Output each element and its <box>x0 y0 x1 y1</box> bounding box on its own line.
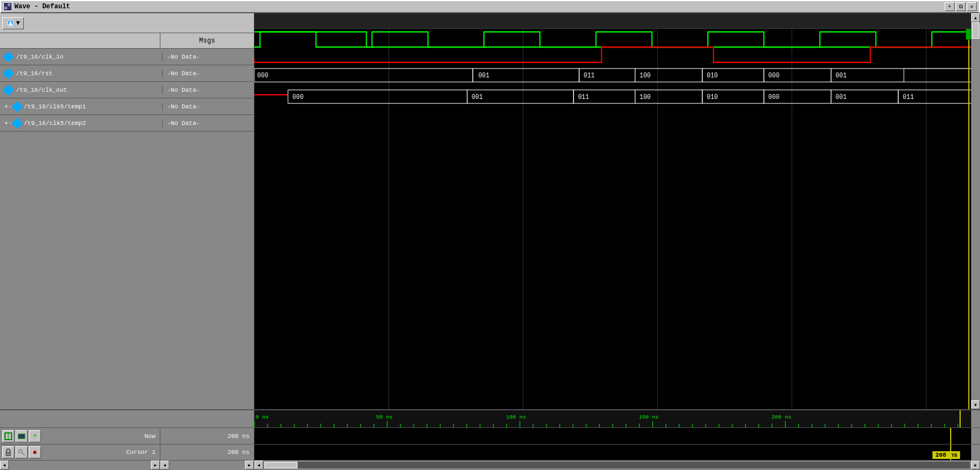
svg-text:010: 010 <box>707 72 718 80</box>
signal-name-rst: /t9_16/rst <box>16 70 53 77</box>
hscroll-track-msgs <box>170 462 244 468</box>
svg-text:010: 010 <box>707 93 718 102</box>
lock-icon[interactable] <box>2 446 14 458</box>
title-bar-left: Wave - Default <box>3 2 70 11</box>
msgs-header-label: Msgs <box>199 37 215 45</box>
svg-text:000: 000 <box>768 72 779 80</box>
svg-text:100: 100 <box>639 72 650 80</box>
cursor-line-bottom <box>950 445 951 460</box>
svg-text:100 ns: 100 ns <box>506 415 526 421</box>
svg-rect-0 <box>4 3 7 6</box>
now-icon-1[interactable] <box>2 430 14 442</box>
hscroll-left-wave[interactable]: ◄ <box>254 461 263 469</box>
expand-temp2[interactable]: + <box>4 120 8 127</box>
hscroll-right-wave[interactable]: ► <box>971 461 980 469</box>
toolbar-icon <box>6 19 15 28</box>
svg-text:0 ns: 0 ns <box>256 415 269 421</box>
svg-text:200 ns: 200 ns <box>772 415 791 421</box>
signal-icon-rst <box>3 68 14 79</box>
hscroll-left-names[interactable]: ◄ <box>0 461 9 469</box>
window-title: Wave - Default <box>14 3 70 11</box>
hscroll-right-msgs[interactable]: ► <box>245 461 254 469</box>
waveform-panel[interactable]: 000 001 011 100 010 000 <box>254 13 980 409</box>
svg-text:011: 011 <box>903 93 914 102</box>
signal-row-clk-in: /t9_16/clk_in -No Data- <box>0 49 254 65</box>
signal-msg-clk-in: -No Data- <box>165 54 202 60</box>
hscroll-wave: ◄ ► <box>254 461 980 470</box>
key-icon[interactable] <box>15 446 28 458</box>
expand-temp1[interactable]: + <box>4 103 8 110</box>
delete-icon[interactable]: ● <box>29 446 41 458</box>
scrollbar-right: ▲ ▼ <box>971 13 980 409</box>
hscroll-track-wave[interactable] <box>264 462 970 468</box>
svg-text:150 ns: 150 ns <box>639 415 659 421</box>
toolbar-dropdown[interactable]: ▼ <box>2 17 24 29</box>
svg-text:001: 001 <box>836 72 847 80</box>
hscroll-thumb-wave[interactable] <box>264 462 298 468</box>
svg-text:001: 001 <box>836 93 847 102</box>
now-timeline-area <box>254 428 971 444</box>
main-window: Wave - Default + ⧉ ✕ ▼ <box>0 0 980 470</box>
svg-text:000: 000 <box>293 93 304 102</box>
svg-text:50 ns: 50 ns <box>376 415 393 421</box>
cursor-line-now <box>950 428 951 444</box>
svg-text:011: 011 <box>578 93 589 102</box>
signal-icon-clk-out <box>3 85 14 96</box>
scrollbar-thumb[interactable] <box>972 22 979 39</box>
now-label: Now <box>43 433 158 440</box>
restore-button[interactable]: ⧉ <box>956 2 966 11</box>
cursor-row: ● Cursor 1 208 ns 208 ns <box>0 445 980 461</box>
svg-text:000: 000 <box>257 72 268 80</box>
waveform-header-bar <box>254 13 980 29</box>
svg-text:001: 001 <box>472 93 483 102</box>
svg-rect-6 <box>254 29 980 409</box>
svg-rect-1 <box>8 7 11 9</box>
signal-msg-temp2: -No Data- <box>165 120 202 127</box>
signal-row-rst: /t9_16/rst -No Data- <box>0 65 254 82</box>
bottom-panel: 0 ns 50 ns <box>0 409 980 470</box>
signal-name-clk-out: /t9_16/clk_out <box>16 87 67 93</box>
cursor-timeline-area: 208 ns <box>254 445 971 460</box>
close-button[interactable]: ✕ <box>967 2 977 11</box>
svg-line-114 <box>23 453 24 454</box>
signal-name-temp1: /t9_16/clk5/temp1 <box>24 103 86 110</box>
signal-msg-clk-out: -No Data- <box>165 87 202 93</box>
svg-text:001: 001 <box>478 72 489 80</box>
title-bar: Wave - Default + ⧉ ✕ <box>0 0 980 13</box>
now-icon-group: + <box>2 430 41 442</box>
now-row: + Now 200 ns <box>0 428 980 445</box>
signal-headers: Msgs <box>0 33 254 49</box>
timeline-ruler: 0 ns 50 ns <box>254 410 971 427</box>
signal-icon-temp1 <box>12 101 23 112</box>
scroll-up-button[interactable]: ▲ <box>971 13 980 22</box>
now-icons-area: + Now <box>0 428 160 444</box>
cursor-time-badge: 208 ns <box>932 451 960 459</box>
now-icon-3[interactable]: + <box>29 430 41 442</box>
signal-row-clk-out: /t9_16/clk_out -No Data- <box>0 82 254 98</box>
wave-icon <box>3 2 12 11</box>
svg-rect-3 <box>8 3 11 6</box>
signal-list: /t9_16/clk_in -No Data- /t9_16/rst -No D… <box>0 49 254 409</box>
hscroll-right-names[interactable]: ► <box>151 461 160 469</box>
timeline-ruler-row: 0 ns 50 ns <box>0 410 980 428</box>
waveform-canvas[interactable]: 000 001 011 100 010 000 <box>254 29 980 409</box>
svg-text:100: 100 <box>639 93 650 102</box>
hscroll-left-msgs[interactable]: ◄ <box>160 461 169 469</box>
svg-text:000: 000 <box>768 93 779 102</box>
hscroll-msgs: ◄ ► <box>160 461 254 470</box>
signal-name-temp2: /t9_16/clk5/temp2 <box>24 120 86 127</box>
signal-row-temp2: + - /t9_16/clk5/temp2 -No Data- <box>0 115 254 132</box>
timeline-ruler-left-spacer <box>0 410 254 427</box>
cursor-label: Cursor 1 <box>43 449 158 456</box>
timeline-ruler-scrollbar-spacer <box>971 410 980 427</box>
now-icon-2[interactable] <box>15 430 28 442</box>
hscroll-track-names <box>10 462 150 468</box>
scroll-down-button[interactable]: ▼ <box>971 400 980 409</box>
dropdown-arrow: ▼ <box>16 19 20 27</box>
signal-icon-temp2 <box>12 118 23 129</box>
add-button[interactable]: + <box>945 2 955 11</box>
cursor-value: 208 ns <box>160 445 254 460</box>
cursor-icon-group: ● <box>2 446 41 458</box>
svg-rect-2 <box>4 7 7 9</box>
signal-icon-clk-in <box>3 51 14 62</box>
